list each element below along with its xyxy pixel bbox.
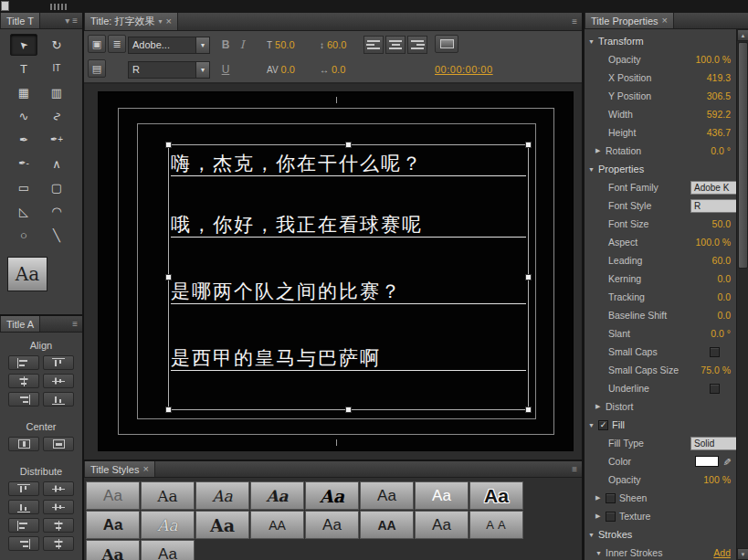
show-background-video-button[interactable] — [435, 35, 458, 53]
text-line[interactable]: 是哪两个队之间的比赛？ — [171, 273, 526, 304]
title-style-swatch[interactable]: Aa — [250, 481, 304, 510]
tracking-value[interactable]: 0.0 — [332, 64, 345, 75]
align-horizontal-left-button[interactable] — [8, 355, 39, 370]
small-caps-size-value[interactable]: 75.0 % — [701, 365, 731, 375]
align-text-right-button[interactable] — [407, 36, 427, 54]
fill-checkbox[interactable]: ✓ — [598, 420, 608, 430]
text-line[interactable]: 是西甲的皇马与巴萨啊 — [171, 340, 526, 371]
text-line[interactable]: 哦，你好，我正在看球赛呢 — [171, 206, 526, 238]
rounded-rectangle-tool[interactable]: ▢ — [43, 176, 70, 198]
line-tool[interactable]: ╲ — [43, 224, 70, 246]
background-video-timecode[interactable]: 00:00:00:00 — [435, 64, 493, 75]
ellipse-tool[interactable]: ○ — [10, 224, 37, 246]
close-icon[interactable]: × — [142, 464, 148, 474]
align-vertical-top-button[interactable] — [43, 355, 74, 370]
prop-row-inner-strokes[interactable]: ▼ Inner Strokes Add — [585, 544, 736, 560]
font-family-select[interactable]: Adobe... ▾ — [128, 37, 210, 54]
pen-tool[interactable]: ✒ — [10, 129, 37, 151]
tab-title-actions[interactable]: Title A — [0, 316, 40, 332]
selection-handle[interactable] — [525, 274, 532, 280]
title-style-swatch[interactable]: Aa — [305, 481, 359, 510]
aspect-value[interactable]: 100.0 % — [695, 237, 731, 248]
section-strokes[interactable]: ▼ Strokes — [585, 525, 736, 544]
distribute-vertical-center-button[interactable] — [43, 481, 74, 496]
add-anchor-point-tool[interactable]: ✒+ — [43, 129, 70, 151]
scroll-up-button[interactable]: ▲ — [737, 29, 748, 41]
prop-row-texture[interactable]: ▶ Texture — [585, 507, 736, 525]
fill-opacity-value[interactable]: 100 % — [703, 474, 731, 485]
fill-color-swatch[interactable] — [695, 456, 719, 467]
distribute-horizontal-center-button[interactable] — [43, 518, 74, 533]
distribute-bottom-button[interactable] — [8, 500, 39, 514]
baseline-shift-value[interactable]: 0.0 — [717, 310, 731, 321]
title-style-swatch[interactable]: Aa — [415, 481, 469, 510]
panel-menu-button[interactable]: ≡ — [567, 461, 582, 477]
selection-handle[interactable] — [525, 142, 532, 148]
area-type-tool[interactable]: ▦ — [10, 81, 37, 103]
fill-type-dropdown[interactable]: Solid — [690, 437, 736, 450]
delete-anchor-point-tool[interactable]: ✒- — [10, 153, 37, 174]
align-vertical-bottom-button[interactable] — [43, 392, 74, 407]
tab-title-properties[interactable]: Title Properties × — [585, 13, 674, 28]
prop-row-rotation[interactable]: ▶ Rotation 0.0 ° — [585, 142, 736, 160]
rotation-tool[interactable]: ↻ — [43, 34, 70, 56]
align-horizontal-right-button[interactable] — [8, 392, 39, 407]
opacity-value[interactable]: 100.0 % — [695, 54, 731, 65]
tab-title-tools[interactable]: Title T — [0, 13, 40, 28]
center-horizontal-button[interactable] — [8, 437, 39, 451]
selected-text-box[interactable]: 嗨，杰克，你在干什么呢？ 哦，你好，我正在看球赛呢 是哪两个队之间的比赛？ 是西… — [168, 144, 529, 410]
tracking-value[interactable]: 0.0 — [717, 291, 731, 302]
font-size-value[interactable]: 50.0 — [275, 39, 294, 50]
width-value[interactable]: 592.2 — [707, 109, 731, 120]
font-style-dropdown[interactable]: R — [690, 199, 736, 213]
underline-button[interactable]: U — [217, 61, 234, 79]
distribute-vertical-even-button[interactable] — [43, 500, 74, 514]
selection-handle[interactable] — [525, 407, 532, 413]
distribute-top-button[interactable] — [8, 481, 39, 496]
selection-handle[interactable] — [165, 407, 172, 413]
title-style-swatch[interactable]: Aa — [360, 481, 414, 510]
section-properties[interactable]: ▼ Properties — [585, 160, 736, 178]
font-size-value[interactable]: 50.0 — [712, 218, 731, 229]
sheen-checkbox[interactable] — [606, 493, 616, 503]
distribute-right-button[interactable] — [8, 536, 39, 551]
prop-row-sheen[interactable]: ▶ Sheen — [585, 489, 736, 507]
rotation-value[interactable]: 0.0 ° — [711, 145, 731, 156]
tab-title-document[interactable]: Title: 打字效果 ▾ × — [84, 13, 178, 30]
align-text-left-button[interactable] — [363, 36, 384, 54]
close-icon[interactable]: × — [166, 16, 172, 26]
section-fill[interactable]: ▼ ✓ Fill — [585, 416, 736, 434]
font-family-dropdown[interactable]: Adobe K — [690, 181, 736, 195]
leading-value[interactable]: 60.0 — [327, 39, 346, 50]
roll-crawl-options-button[interactable]: ≣ — [108, 35, 126, 53]
title-style-swatch[interactable]: Aa — [141, 481, 195, 510]
y-position-value[interactable]: 306.5 — [707, 90, 731, 101]
vertical-path-type-tool[interactable]: ∿ — [43, 105, 70, 127]
kerning-value[interactable]: 0.0 — [717, 273, 731, 284]
properties-scrollbar[interactable]: ▲ ▼ — [736, 29, 748, 560]
title-style-swatch[interactable]: Aa — [141, 540, 195, 560]
small-caps-checkbox[interactable] — [710, 347, 720, 357]
rectangle-tool[interactable]: ▭ — [10, 176, 37, 198]
panel-menu-button[interactable]: ≡ — [567, 13, 582, 30]
slant-value[interactable]: 0.0 ° — [711, 328, 731, 339]
text-line[interactable]: 嗨，杰克，你在干什么呢？ — [171, 145, 526, 176]
distribute-left-button[interactable] — [8, 518, 39, 533]
title-style-swatch[interactable]: A A — [469, 511, 523, 539]
prop-row-distort[interactable]: ▶ Distort — [585, 397, 736, 416]
convert-anchor-point-tool[interactable]: ∧ — [43, 153, 70, 174]
height-value[interactable]: 436.7 — [707, 127, 731, 138]
align-vertical-center-button[interactable] — [43, 374, 74, 388]
texture-checkbox[interactable] — [606, 512, 616, 522]
title-style-swatch[interactable]: AA — [250, 511, 304, 539]
panel-menu-button[interactable]: ▾ ≡ — [60, 13, 82, 28]
wedge-tool[interactable]: ◺ — [10, 200, 37, 222]
title-style-swatch[interactable]: Aa — [141, 511, 195, 539]
align-horizontal-center-button[interactable] — [8, 374, 39, 388]
type-tool[interactable]: T — [10, 58, 37, 79]
new-title-button[interactable]: ▣ — [88, 35, 106, 53]
kerning-value[interactable]: 0.0 — [281, 64, 295, 75]
title-style-swatch[interactable]: Aa — [86, 511, 140, 539]
scroll-down-button[interactable]: ▼ — [737, 548, 748, 560]
title-style-swatch[interactable]: Aa — [195, 511, 249, 539]
